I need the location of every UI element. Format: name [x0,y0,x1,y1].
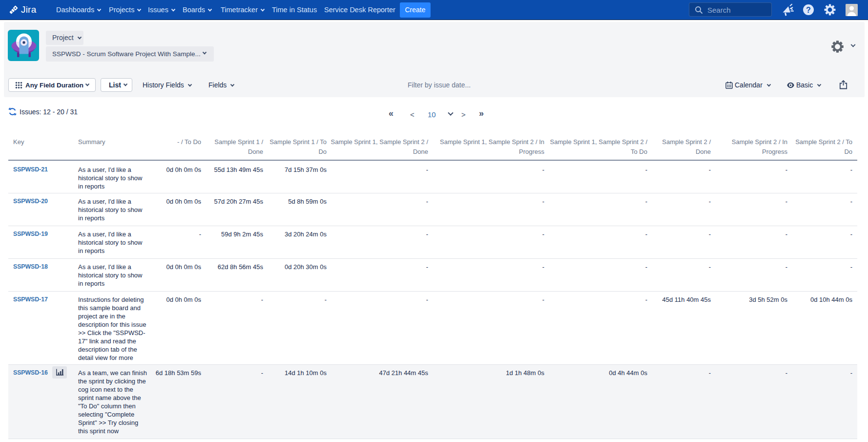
svg-text:?: ? [806,6,811,14]
